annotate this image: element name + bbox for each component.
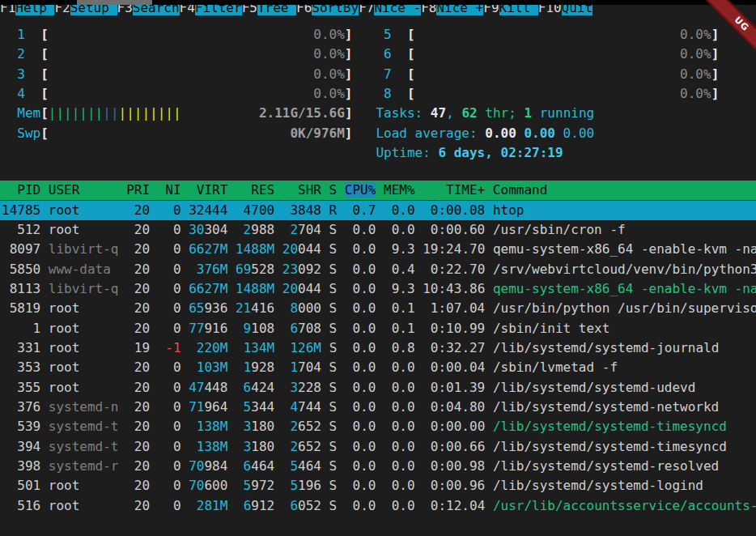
process-row[interactable]: 5850 www-data 20 0 376M 69528 23092 S 0.… (0, 260, 756, 279)
process-row[interactable]: 8097 libvirt-q 20 0 6627M 1488M 20044 S … (0, 240, 756, 259)
window-tab (77, 0, 152, 5)
process-row[interactable]: 331 root 19 -1 220M 134M 126M S 0.0 0.8 … (0, 338, 756, 358)
process-row[interactable]: 501 root 20 0 70600 5972 5196 S 0.0 0.0 … (0, 476, 756, 496)
process-row[interactable]: 394 systemd-t 20 0 138M 3180 2652 S 0.0 … (0, 437, 756, 457)
process-row[interactable]: 398 systemd-r 20 0 70984 6464 5464 S 0.0… (0, 457, 756, 476)
process-row[interactable]: 512 root 20 0 30304 2988 2704 S 0.0 0.0 … (0, 220, 756, 240)
cpu-meter-line-3: 3 [ 0.0%] 7 [ 0.0%] (2, 64, 719, 84)
process-row[interactable]: 14785 root 20 0 32444 4700 3848 R 0.7 0.… (0, 201, 756, 220)
header-columns: PID USER PRI NI VIRT RES SHR S (2, 182, 345, 198)
process-row[interactable]: 8113 libvirt-q 20 0 6627M 1488M 20044 S … (0, 279, 756, 299)
window-top-strip (0, 0, 756, 5)
debug-ribbon-band: UG (704, 0, 756, 52)
cpu-meter-line-2: 2 [ 0.0%] 6 [ 0.0%] (2, 44, 719, 64)
uptime-line: Uptime: 6 days, 02:27:19 (2, 143, 563, 163)
process-row[interactable]: 516 root 20 0 281M 6912 6052 S 0.0 0.0 0… (0, 496, 756, 516)
debug-ribbon: UG (704, 0, 756, 52)
process-row[interactable]: 5819 root 20 0 65936 21416 8000 S 0.0 0.… (0, 299, 756, 318)
swap-meter-line: Swp[ 0K/976M] Load average: 0.00 0.00 0.… (2, 123, 594, 143)
sort-column-cpu[interactable]: CPU% (345, 182, 376, 198)
process-row[interactable]: 539 systemd-t 20 0 138M 3180 2652 S 0.0 … (0, 417, 756, 436)
cpu-meter-line-4: 4 [ 0.0%] 8 [ 0.0%] (2, 83, 719, 104)
cpu-meter-line-1: 1 [ 0.0%] 5 [ 0.0%] (2, 24, 719, 45)
process-row[interactable]: 1 root 20 0 77916 9108 6708 S 0.0 0.1 0:… (0, 319, 756, 338)
memory-meter-line: Mem[||||||||||||||||| 2.11G/15.6G] Tasks… (2, 103, 594, 123)
process-row[interactable]: 353 root 20 0 103M 1928 1704 S 0.0 0.0 0… (0, 358, 756, 377)
process-row[interactable]: 376 systemd-n 20 0 71964 5344 4744 S 0.0… (0, 398, 756, 417)
htop-terminal-screen: 1 [ 0.0%] 5 [ 0.0%] 2 [ 0.0%] 6 [ 0.0%] … (0, 0, 756, 536)
process-row[interactable]: 355 root 20 0 47448 6424 3228 S 0.0 0.0 … (0, 378, 756, 398)
table-header[interactable]: PID USER PRI NI VIRT RES SHR S CPU% MEM%… (0, 181, 756, 200)
